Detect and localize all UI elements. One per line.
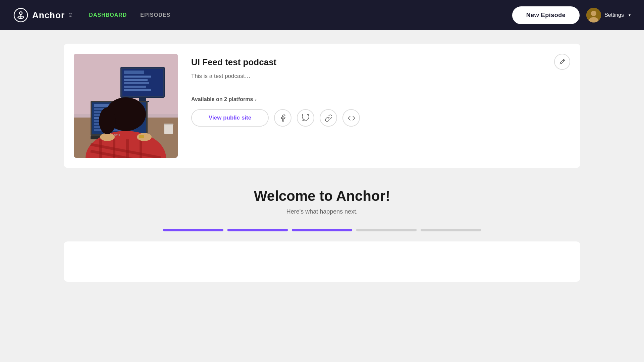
platforms-arrow-icon: ›	[255, 97, 257, 102]
avatar-image	[586, 8, 601, 22]
svg-rect-17	[124, 86, 146, 88]
step-bar-4[interactable]	[356, 229, 417, 231]
welcome-card	[64, 241, 580, 282]
navbar-left: Anchor ® DASHBOARD EPISODES	[13, 8, 170, 22]
step-bar-3[interactable]	[292, 229, 352, 231]
svg-rect-18	[124, 89, 151, 91]
svg-rect-15	[124, 79, 148, 81]
welcome-subtitle: Here's what happens next.	[64, 208, 580, 215]
anchor-logo-icon	[13, 8, 28, 22]
twitter-icon	[302, 114, 309, 122]
podcast-description: This is a test podcast…	[191, 73, 570, 80]
platforms-available[interactable]: Available on 2 platforms ›	[191, 96, 570, 102]
svg-rect-14	[124, 76, 151, 78]
embed-code-button[interactable]	[342, 109, 360, 127]
svg-rect-13	[124, 71, 144, 74]
navbar: Anchor ® DASHBOARD EPISODES New Episode …	[0, 0, 644, 30]
new-episode-button[interactable]: New Episode	[512, 6, 580, 24]
link-icon	[325, 114, 332, 122]
navbar-right: New Episode Settings ▾	[512, 6, 631, 24]
view-public-site-button[interactable]: View public site	[191, 109, 269, 127]
nav-dashboard[interactable]: DASHBOARD	[89, 12, 127, 18]
step-bar-5[interactable]	[421, 229, 481, 231]
svg-rect-49	[164, 124, 173, 125]
main-content: DELL UI Feed test podcast This is a test…	[0, 30, 644, 295]
step-bar-1[interactable]	[163, 229, 223, 231]
avatar	[586, 8, 601, 22]
embed-icon	[347, 114, 355, 122]
welcome-section: Welcome to Anchor! Here's what happens n…	[64, 188, 580, 215]
svg-point-44	[137, 133, 152, 141]
podcast-info: UI Feed test podcast This is a test podc…	[191, 54, 570, 158]
nav-links: DASHBOARD EPISODES	[89, 12, 170, 18]
svg-point-6	[591, 11, 596, 16]
progress-steps	[64, 229, 580, 231]
app-name: Anchor	[32, 10, 65, 20]
podcast-card: DELL UI Feed test podcast This is a test…	[64, 44, 580, 168]
svg-text:DELL: DELL	[114, 134, 121, 137]
nav-episodes[interactable]: EPISODES	[140, 12, 170, 18]
registered-mark: ®	[69, 12, 72, 18]
svg-rect-16	[124, 82, 149, 84]
svg-rect-19	[139, 97, 146, 101]
podcast-image: DELL	[74, 54, 178, 158]
svg-rect-48	[164, 124, 173, 134]
settings-label: Settings	[604, 12, 624, 18]
welcome-title: Welcome to Anchor!	[64, 188, 580, 204]
step-bar-2[interactable]	[227, 229, 288, 231]
settings-area[interactable]: Settings ▾	[586, 8, 631, 22]
chevron-down-icon: ▾	[629, 13, 631, 17]
logo-area[interactable]: Anchor ®	[13, 8, 72, 22]
svg-rect-45	[139, 135, 144, 138]
pencil-icon	[559, 58, 566, 65]
facebook-share-button[interactable]	[274, 109, 291, 127]
podcast-actions: View public site	[191, 109, 570, 127]
edit-button[interactable]	[554, 54, 570, 70]
podcast-title: UI Feed test podcast	[191, 57, 570, 67]
facebook-icon	[279, 114, 286, 122]
twitter-share-button[interactable]	[297, 109, 314, 127]
svg-point-47	[99, 107, 116, 134]
copy-link-button[interactable]	[320, 109, 337, 127]
